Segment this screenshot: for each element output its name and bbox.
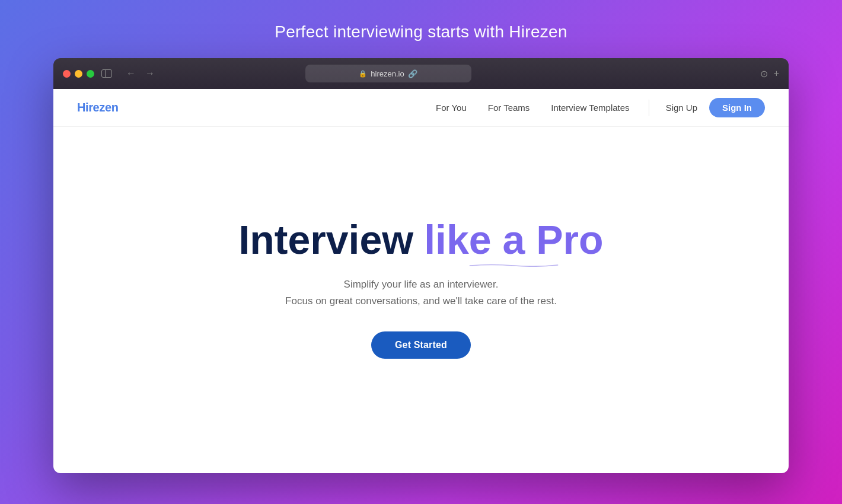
- hero-subtitle: Simplify your life as an interviewer. Fo…: [285, 276, 557, 311]
- nav-interview-templates[interactable]: Interview Templates: [551, 103, 629, 113]
- sidebar-toggle-icon[interactable]: [101, 69, 112, 78]
- address-bar[interactable]: 🔒 hirezen.io 🔗: [305, 65, 471, 82]
- link-icon: 🔗: [408, 69, 417, 78]
- traffic-light-minimize[interactable]: [75, 70, 82, 78]
- browser-window: ← → 🔒 hirezen.io 🔗 ⊙ + Hirezen For You F…: [53, 58, 789, 473]
- browser-nav: ← →: [124, 67, 157, 80]
- hero-subtitle-line1: Simplify your life as an interviewer.: [344, 279, 499, 290]
- hero-section: Interview like a Pro Simplify your life …: [53, 127, 789, 473]
- site-nav: Hirezen For You For Teams Interview Temp…: [53, 89, 789, 127]
- sign-up-button[interactable]: Sign Up: [661, 99, 702, 116]
- traffic-lights: [63, 70, 94, 78]
- forward-button[interactable]: →: [143, 67, 157, 80]
- nav-divider: [649, 100, 649, 116]
- browser-actions: ⊙ +: [760, 68, 779, 79]
- nav-links: For You For Teams Interview Templates: [436, 103, 630, 113]
- browser-chrome: ← → 🔒 hirezen.io 🔗 ⊙ +: [53, 58, 789, 89]
- get-started-button[interactable]: Get Started: [371, 331, 471, 359]
- nav-auth: Sign Up Sign In: [661, 98, 765, 117]
- website-content: Hirezen For You For Teams Interview Temp…: [53, 89, 789, 473]
- hero-heading-part1: Interview: [238, 218, 413, 262]
- hero-subtitle-line2: Focus on great conversations, and we'll …: [285, 295, 557, 307]
- new-tab-icon[interactable]: +: [774, 68, 779, 79]
- download-icon[interactable]: ⊙: [760, 68, 768, 79]
- nav-for-teams[interactable]: For Teams: [488, 103, 530, 113]
- traffic-light-maximize[interactable]: [87, 70, 94, 78]
- sign-in-button[interactable]: Sign In: [709, 98, 765, 117]
- lock-icon: 🔒: [359, 70, 367, 78]
- traffic-light-close[interactable]: [63, 70, 71, 78]
- hero-heading-part2: like a Pro: [424, 218, 603, 262]
- site-logo: Hirezen: [77, 101, 118, 114]
- hero-heading: Interview like a Pro: [238, 218, 603, 262]
- back-button[interactable]: ←: [124, 67, 138, 80]
- page-tagline: Perfect interviewing starts with Hirezen: [275, 23, 567, 42]
- nav-for-you[interactable]: For You: [436, 103, 467, 113]
- url-text: hirezen.io: [371, 69, 404, 78]
